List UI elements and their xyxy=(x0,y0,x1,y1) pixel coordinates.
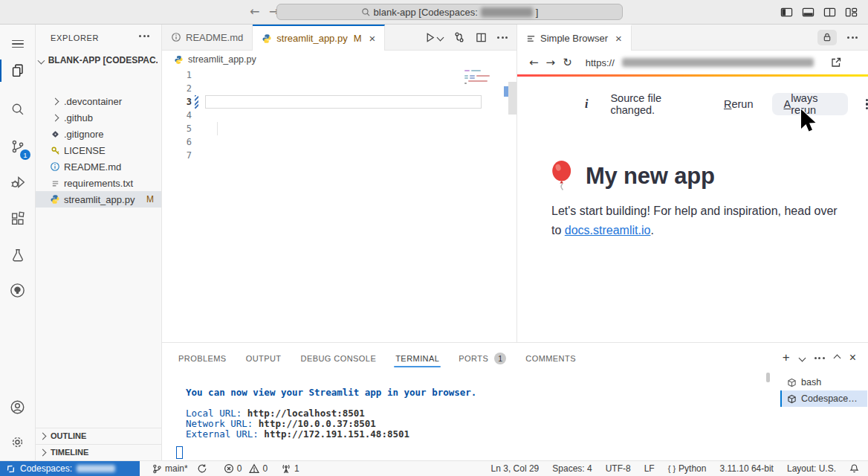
app-title: My new app xyxy=(586,163,715,190)
tab-ports[interactable]: PORTS1 xyxy=(459,353,506,364)
notifications-bell-icon[interactable] xyxy=(849,463,859,474)
explorer-icon[interactable] xyxy=(0,57,35,84)
browser-back-icon[interactable]: ← xyxy=(529,56,539,69)
tree-item-github-folder[interactable]: .github xyxy=(36,109,161,126)
menu-icon[interactable] xyxy=(0,30,35,57)
history-back-icon[interactable]: ← xyxy=(250,4,259,19)
browser-reload-icon[interactable]: ↻ xyxy=(563,56,572,69)
lock-button[interactable] xyxy=(817,30,837,45)
ports-badge: 1 xyxy=(494,353,506,364)
tree-item-devcontainer[interactable]: .devcontainer xyxy=(36,93,161,109)
python-interpreter[interactable]: 3.11.10 64-bit xyxy=(719,463,774,474)
tab-problems[interactable]: PROBLEMS xyxy=(178,354,227,363)
tree-item-streamlit-app[interactable]: streamlit_app.py M xyxy=(36,191,161,208)
remote-indicator[interactable]: Codespaces: xyxy=(0,461,140,476)
sync-button[interactable] xyxy=(197,463,207,474)
close-panel-icon[interactable]: × xyxy=(849,351,856,364)
toggle-sidebar-icon[interactable] xyxy=(780,6,793,19)
indent-guide xyxy=(217,122,218,135)
tree-item-gitignore[interactable]: .gitignore xyxy=(36,126,161,142)
simple-browser-icon xyxy=(526,34,536,43)
tab-simple-browser[interactable]: Simple Browser × xyxy=(517,25,632,51)
browser-forward-icon[interactable]: → xyxy=(546,56,556,69)
run-above-below-icon[interactable] xyxy=(453,31,465,43)
tree-item-requirements[interactable]: requirements.txt xyxy=(36,175,161,191)
chevron-down-icon[interactable] xyxy=(437,33,444,41)
github-icon[interactable] xyxy=(0,277,35,303)
current-line-highlight xyxy=(205,95,482,109)
url-protocol[interactable]: https:// xyxy=(586,57,615,68)
cursor-position[interactable]: Ln 3, Col 29 xyxy=(491,463,540,474)
language-mode[interactable]: { }Python xyxy=(668,463,707,474)
tab-terminal[interactable]: TERMINAL xyxy=(395,354,439,363)
chevron-down-icon xyxy=(38,57,45,64)
forwarded-ports-indicator[interactable]: 1 xyxy=(281,463,299,474)
command-center-search[interactable]: blank-app [Codespaces: ] xyxy=(276,4,623,20)
search-sidebar-icon[interactable] xyxy=(0,96,35,123)
window-title: blank-app [Codespaces: xyxy=(374,7,478,18)
terminal-line: Local URL: http://localhost:8501 xyxy=(186,408,365,419)
source-control-icon[interactable]: 1 xyxy=(0,133,35,160)
rerun-button[interactable]: Rerun xyxy=(724,98,754,110)
split-editor-icon[interactable] xyxy=(476,32,487,43)
split-editor-layout-icon[interactable] xyxy=(823,6,836,19)
terminal-dropdown-icon[interactable] xyxy=(798,354,806,361)
tab-debug-console[interactable]: DEBUG CONSOLE xyxy=(301,354,377,363)
branch-indicator[interactable]: main* xyxy=(152,463,188,475)
open-external-icon[interactable] xyxy=(830,57,842,68)
terminal-line: Network URL: http://10.0.0.37:8501 xyxy=(186,419,376,429)
tab-comments[interactable]: COMMENTS xyxy=(525,354,576,363)
accounts-icon[interactable] xyxy=(0,393,35,420)
run-debug-icon[interactable] xyxy=(0,169,35,196)
customize-layout-icon[interactable] xyxy=(845,6,858,19)
keyboard-layout[interactable]: Layout: U.S. xyxy=(787,463,836,474)
encoding[interactable]: UTF-8 xyxy=(606,463,631,474)
testing-icon[interactable] xyxy=(0,242,35,269)
more-actions-icon[interactable] xyxy=(847,36,858,39)
run-python-file-button[interactable] xyxy=(424,32,443,43)
terminal-icon xyxy=(787,378,797,387)
tree-item-license[interactable]: LICENSE xyxy=(36,142,161,158)
more-actions-icon[interactable] xyxy=(814,357,825,359)
outline-section[interactable]: OUTLINE xyxy=(36,428,161,443)
toggle-panel-icon[interactable] xyxy=(802,6,814,19)
settings-gear-icon[interactable] xyxy=(0,428,35,455)
terminal-session-bash[interactable]: bash xyxy=(780,374,867,390)
radio-tower-icon xyxy=(281,463,291,474)
explorer-more-actions-icon[interactable] xyxy=(139,35,149,37)
docs-link[interactable]: docs.streamlit.io xyxy=(565,224,651,237)
line-number: 5 xyxy=(166,122,192,135)
indentation[interactable]: Spaces: 4 xyxy=(552,463,592,474)
sync-icon xyxy=(197,463,207,474)
extensions-icon[interactable] xyxy=(0,205,35,232)
python-file-icon xyxy=(262,33,272,44)
new-terminal-icon[interactable]: + xyxy=(783,350,790,365)
terminal-icon xyxy=(787,394,797,404)
warnings-icon xyxy=(249,463,259,474)
title-bar: ← → blank-app [Codespaces: ] xyxy=(0,0,868,25)
workspace-root-folder[interactable]: BLANK-APP [CODESPAC... xyxy=(39,52,158,68)
browser-toolbar: ← → ↻ https:// xyxy=(517,51,868,74)
panel-scrollbar[interactable] xyxy=(766,373,770,382)
terminal-line: You can now view your Streamlit app in y… xyxy=(186,387,476,398)
code-editor[interactable]: 1 2 3 4 5 6 7 import streamlit as st st.… xyxy=(162,68,516,342)
browser-tabs: Simple Browser × xyxy=(517,25,868,51)
tree-item-readme[interactable]: README.md xyxy=(36,158,161,175)
problems-indicator[interactable]: 0 0 xyxy=(224,463,268,474)
remote-icon xyxy=(6,464,16,474)
editor-scrollbar[interactable] xyxy=(508,82,516,115)
eol[interactable]: LF xyxy=(644,463,655,474)
maximize-panel-icon[interactable] xyxy=(833,354,841,361)
timeline-section[interactable]: TIMELINE xyxy=(36,444,161,460)
close-tab-icon[interactable]: × xyxy=(615,32,622,45)
close-tab-icon[interactable]: × xyxy=(369,32,376,45)
more-actions-icon[interactable] xyxy=(497,36,508,39)
info-icon: i xyxy=(585,97,588,111)
tab-output[interactable]: OUTPUT xyxy=(246,354,282,363)
tab-readme[interactable]: README.md xyxy=(162,25,253,50)
tab-streamlit-app[interactable]: streamlit_app.py M × xyxy=(253,25,385,51)
terminal-session-codespace[interactable]: Codespace… xyxy=(780,390,867,407)
app-body-text: Let's start building! For help and inspi… xyxy=(551,202,849,240)
breadcrumb[interactable]: streamlit_app.py xyxy=(162,51,516,68)
minimap[interactable] xyxy=(462,68,499,86)
